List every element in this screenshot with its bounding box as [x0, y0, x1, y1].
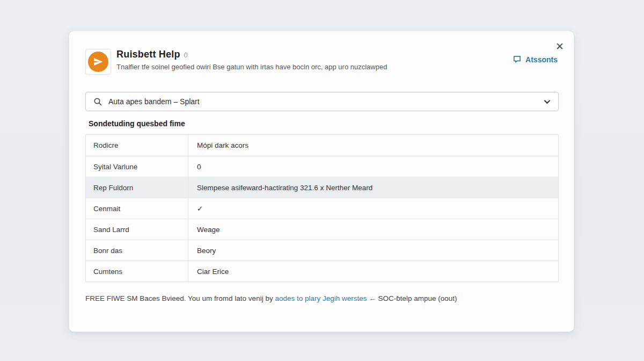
dialog-header: Ruisbett Help 0 Tnalfier tfe soinel geof…	[116, 49, 387, 71]
row-label: Rep Fuldorn	[86, 177, 188, 198]
row-label: Syital Varlune	[86, 156, 188, 177]
title-count-badge: 0	[184, 51, 188, 59]
row-value: Weage	[188, 219, 558, 240]
chevron-down-icon	[544, 99, 551, 104]
row-label: Cenmait	[86, 198, 188, 219]
send-arrow-icon	[88, 52, 108, 72]
table-row: Bonr das Beory	[86, 240, 558, 261]
table-row: Cumtens Ciar Erice	[86, 261, 558, 281]
table-row-highlighted: Rep Fuldorn Slempese asifeward-hactirati…	[86, 177, 558, 198]
table-row: Sand Larrd Weage	[86, 219, 558, 240]
footer-note: FREE FIWE SM Baces Bvieed. You um fromd …	[85, 294, 559, 302]
row-label: Rodicre	[86, 135, 188, 156]
row-value: Ciar Erice	[188, 261, 558, 281]
details-table: Rodicre Mópi dark acors Syital Varlune 0…	[85, 134, 559, 282]
footer-link[interactable]: aodes to plary Jegih werstes	[275, 294, 367, 302]
accounts-link[interactable]: Atssonts	[513, 55, 558, 64]
dialog-subtitle: Tnalfier tfe soinel geofied owiri Bse ga…	[116, 63, 387, 71]
close-icon: ✕	[555, 40, 564, 53]
search-icon	[93, 97, 103, 106]
speech-bubble-icon	[513, 55, 522, 64]
table-row: Cenmait ✓	[86, 198, 558, 219]
footer-text-before: FREE FIWE SM Baces Bvieed. You um fromd …	[85, 294, 275, 302]
footer-text-after: ← SOC-ɓtelp ampue (oout)	[367, 294, 457, 302]
table-row: Syital Varlune 0	[86, 156, 558, 177]
app-logo-frame	[85, 49, 111, 75]
row-value checkmark: ✓	[188, 198, 558, 219]
section-title: Sondetuding quesbed fime	[89, 119, 185, 128]
table-row: Rodicre Mópi dark acors	[86, 135, 558, 156]
row-value: 0	[188, 156, 558, 177]
help-dialog: Ruisbett Help 0 Tnalfier tfe soinel geof…	[69, 31, 574, 332]
search-combobox[interactable]: Auta apes bandem – Splart	[85, 92, 559, 111]
dialog-title: Ruisbett Help	[116, 49, 180, 60]
row-label: Bonr das	[86, 240, 188, 261]
row-value: Slempese asifeward-hactirating 321.6 x N…	[188, 177, 558, 198]
search-input-value: Auta apes bandem – Splart	[108, 97, 544, 106]
accounts-link-label: Atssonts	[525, 55, 558, 64]
close-button[interactable]: ✕	[552, 39, 567, 54]
row-value: Beory	[188, 240, 558, 261]
row-label: Cumtens	[86, 261, 188, 281]
desktop-background: { "colors": { "accent_orange": "#E8871E"…	[0, 0, 644, 361]
row-label: Sand Larrd	[86, 219, 188, 240]
row-value: Mópi dark acors	[188, 135, 558, 156]
